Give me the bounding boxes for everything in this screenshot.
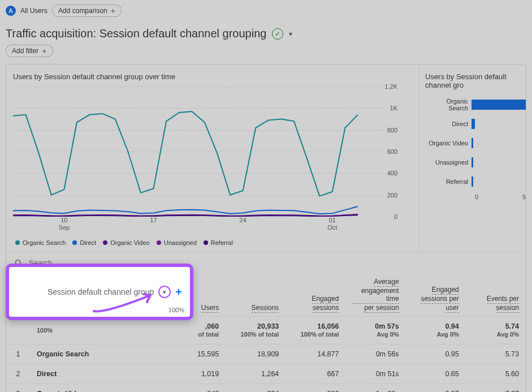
legend-swatch <box>103 240 107 245</box>
table-total-cell: 16,056100% of total <box>286 317 345 344</box>
bar-label: Organic Video <box>425 140 472 147</box>
row-cell: 7.37 <box>466 384 526 393</box>
table-total-cell: 0.94Avg 0% <box>406 317 466 344</box>
line-chart-x-axis: 10Sep172401Oct <box>13 217 384 235</box>
row-cell: 15,595 <box>166 344 226 364</box>
title-menu-caret-icon[interactable]: ▾ <box>289 30 292 38</box>
row-cell: 0.95 <box>406 344 466 364</box>
bar-row[interactable]: Referral <box>425 172 526 191</box>
bar-label: Organic Search <box>425 98 472 111</box>
legend-item[interactable]: Organic Search <box>15 239 66 246</box>
bar-label: Direct <box>425 120 472 127</box>
legend-item[interactable]: Direct <box>72 239 96 246</box>
bar-xtick: 5 <box>522 193 526 200</box>
bar-label: Referral <box>425 178 472 185</box>
line-chart-legend: Organic SearchDirectOrganic VideoUnassig… <box>13 235 412 246</box>
add-filter-button[interactable]: Add filter + <box>6 45 53 57</box>
row-cell: 243 <box>166 384 226 393</box>
legend-label: Referral <box>211 239 233 246</box>
line-chart-pane: Users by Session default channel group o… <box>6 64 419 252</box>
report-card: Users by Session default channel group o… <box>6 64 526 392</box>
line-xtick: 01Oct <box>327 217 337 231</box>
legend-label: Organic Video <box>110 239 150 246</box>
line-chart-title: Users by Session default channel group o… <box>13 72 412 81</box>
plus-icon: + <box>111 7 115 15</box>
legend-swatch <box>157 240 161 245</box>
segment-label[interactable]: All Users <box>20 7 47 15</box>
row-index: 3 <box>6 384 30 393</box>
row-index: 1 <box>6 344 30 364</box>
row-cell: 5.60 <box>466 364 526 384</box>
row-cell: 667 <box>286 364 345 384</box>
table-header-metric[interactable]: Engagedsessions peruser <box>406 273 466 317</box>
report-filter-row: Add filter + <box>0 42 532 64</box>
status-check-icon[interactable]: ✓ <box>272 28 283 40</box>
line-chart[interactable]: 02004006008001K1.2K <box>13 87 412 217</box>
row-cell: 0m 56s <box>345 344 405 364</box>
table-total-cell: 0m 57sAvg 0% <box>345 317 405 344</box>
table-row[interactable]: 3Organic Video2433342361m 02s0.977.37 <box>6 384 526 393</box>
tutorial-arrow-icon <box>88 290 162 315</box>
table-total-cell: ,060of total <box>166 317 226 344</box>
bar-fill <box>472 119 475 129</box>
bar-row[interactable]: Direct <box>425 114 526 133</box>
bar-fill <box>472 138 473 148</box>
legend-item[interactable]: Unassigned <box>157 239 197 246</box>
legend-item[interactable]: Referral <box>204 239 233 246</box>
row-dimension[interactable]: Organic Video <box>30 384 166 393</box>
report-segment-bar: A All Users Add comparison + <box>0 0 532 19</box>
row-cell: 334 <box>226 384 286 393</box>
bar-fill <box>472 157 473 167</box>
bar-chart[interactable]: Organic SearchDirectOrganic VideoUnassig… <box>425 95 526 191</box>
row-dimension[interactable]: Organic Search <box>30 344 166 364</box>
bar-chart-title: Users by Session default channel gro <box>425 72 526 89</box>
row-cell: 18,909 <box>226 344 286 364</box>
legend-swatch <box>72 240 77 245</box>
row-cell: 1,264 <box>226 364 286 384</box>
add-comparison-button[interactable]: Add comparison + <box>52 5 122 17</box>
row-cell: 1,019 <box>166 364 226 384</box>
legend-label: Direct <box>80 239 96 246</box>
add-comparison-label: Add comparison <box>58 7 107 15</box>
table-row[interactable]: 2Direct1,0191,2646670m 51s0.655.60 <box>6 364 526 384</box>
row-cell: 236 <box>286 384 345 393</box>
table-header-metric[interactable]: Sessions <box>226 273 286 317</box>
bar-label: Unassigned <box>425 159 472 166</box>
bar-fill <box>472 176 473 187</box>
bar-row[interactable]: Organic Search <box>425 95 526 114</box>
table-total-cell: 5.74Avg 0% <box>466 317 526 344</box>
row-cell: 0m 51s <box>345 364 405 384</box>
highlight-total-pct: 100% <box>168 307 184 313</box>
charts-row: Users by Session default channel group o… <box>6 64 526 252</box>
line-xtick: 17 <box>150 217 157 224</box>
legend-item[interactable]: Organic Video <box>103 239 150 246</box>
add-secondary-dimension-button[interactable]: + <box>175 286 182 299</box>
page-title: Traffic acquisition: Session default cha… <box>6 27 266 40</box>
table-header-metric[interactable]: Events persession <box>466 273 526 317</box>
bar-row[interactable]: Unassigned <box>425 153 526 172</box>
row-cell: 0.65 <box>406 364 466 384</box>
add-filter-label: Add filter <box>12 47 38 55</box>
tutorial-highlight: Session default channel group ▾ + 100% <box>6 264 193 320</box>
legend-swatch <box>204 240 208 245</box>
bar-xtick: 0 <box>475 193 478 200</box>
bar-fill <box>472 100 526 110</box>
row-cell: 5.73 <box>466 344 526 364</box>
line-xtick: 24 <box>240 217 246 224</box>
report-title-row: Traffic acquisition: Session default cha… <box>0 19 532 42</box>
table-totals-row: 100%,060of total20,933100% of total16,05… <box>6 317 526 344</box>
segment-badge: A <box>6 6 16 16</box>
plus-icon: + <box>42 47 46 55</box>
table-header-metric[interactable]: Engagedsessions <box>286 273 345 317</box>
legend-swatch <box>15 240 20 245</box>
bar-chart-pane: Users by Session default channel gro Org… <box>419 64 526 252</box>
row-cell: 0.97 <box>406 384 466 393</box>
table-total-cell: 20,933100% of total <box>226 317 286 344</box>
table-row[interactable]: 1Organic Search15,59518,90914,8770m 56s0… <box>6 344 526 364</box>
bar-row[interactable]: Organic Video <box>425 133 526 153</box>
line-xtick: 10Sep <box>59 217 70 231</box>
legend-label: Unassigned <box>164 239 197 246</box>
row-dimension[interactable]: Direct <box>30 364 166 384</box>
table-header-metric[interactable]: Averageengagement timeper session <box>345 273 405 317</box>
bar-chart-x-axis: 0 5 <box>475 191 526 200</box>
